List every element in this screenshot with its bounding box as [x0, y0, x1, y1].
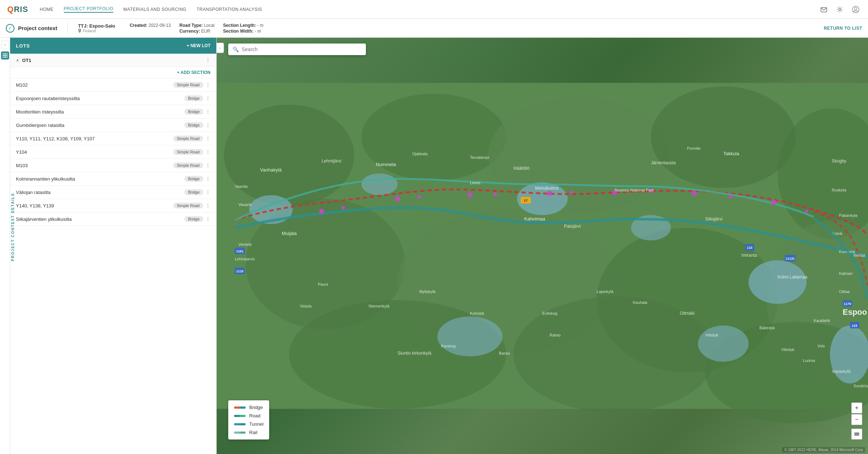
svg-point-20 — [705, 322, 868, 424]
notifications-icon[interactable] — [819, 4, 829, 15]
svg-point-10 — [362, 94, 506, 181]
svg-text:Vasarla: Vasarla — [238, 202, 252, 207]
add-section-button[interactable]: + ADD SECTION — [10, 67, 216, 78]
panel-toggle-arrow[interactable]: › — [1, 41, 9, 49]
section-menu-button[interactable]: ⋮ — [205, 216, 210, 222]
section-right: Bridge ⋮ — [184, 109, 210, 115]
map-zoom-controls: + − — [851, 403, 862, 425]
section-row[interactable]: Kolmirannantien ylikulkusilta Bridge ⋮ — [10, 172, 216, 186]
svg-text:Backa: Backa — [499, 351, 510, 355]
svg-text:Kauhala: Kauhala — [633, 300, 648, 305]
svg-point-39 — [692, 191, 697, 196]
svg-rect-110 — [854, 434, 859, 434]
section-name: Kolmirannantien ylikulkusilta — [16, 176, 75, 182]
zoom-out-button[interactable]: − — [851, 414, 862, 425]
settings-icon[interactable] — [835, 4, 845, 15]
project-info: TTJ: Espoo-Salo Finland — [78, 23, 115, 33]
svg-text:Vitträsk: Vitträsk — [781, 347, 794, 352]
section-row[interactable]: M102 Simple Road ⋮ — [10, 78, 216, 92]
section-right: Simple Road ⋮ — [173, 136, 210, 141]
map-area[interactable]: ‹ — [217, 38, 868, 454]
svg-text:1179: 1179 — [844, 302, 851, 306]
svg-text:Kylmälä: Kylmälä — [470, 311, 484, 315]
lot-group-name: OT1 — [22, 58, 31, 63]
nav-links: HOME PROJECT PORTFOLIO MATERIALS AND SOU… — [40, 6, 262, 13]
nav-home[interactable]: HOME — [40, 7, 54, 12]
project-context-section: ✓ Project context — [6, 24, 57, 33]
section-menu-button[interactable]: ⋮ — [205, 95, 210, 101]
section-row[interactable]: Y104 Simple Road ⋮ — [10, 145, 216, 159]
svg-point-28 — [830, 326, 868, 384]
svg-rect-111 — [854, 435, 859, 436]
svg-text:Kalmari: Kalmari — [839, 271, 852, 276]
svg-text:Lehmijarvis: Lehmijarvis — [235, 257, 255, 261]
nav-transportation[interactable]: TRANSPORTATION ANALYSIS — [197, 7, 262, 12]
svg-rect-101 — [785, 255, 796, 261]
return-to-list-button[interactable]: RETURN TO LIST — [824, 26, 862, 31]
section-menu-button[interactable]: ⋮ — [205, 189, 210, 195]
new-lot-button[interactable]: + NEW LOT — [187, 43, 210, 48]
svg-point-24 — [631, 215, 671, 240]
section-right: Simple Road ⋮ — [173, 149, 210, 155]
section-row[interactable]: Espoonjoen rautatieristeyssilta Bridge ⋮ — [10, 92, 216, 105]
section-menu-button[interactable]: ⋮ — [205, 162, 210, 168]
map-search-icon: 🔍 — [233, 46, 239, 52]
section-row[interactable]: Moottoritien risteyssilta Bridge ⋮ — [10, 105, 216, 119]
section-menu-button[interactable]: ⋮ — [205, 149, 210, 155]
section-menu-button[interactable]: ⋮ — [205, 176, 210, 182]
header-bar: ✓ Project context TTJ: Espoo-Salo Finlan… — [0, 19, 868, 38]
svg-text:Kahvimaa: Kahvimaa — [524, 216, 545, 222]
svg-text:1161: 1161 — [236, 249, 243, 253]
section-badge: Bridge — [184, 109, 203, 115]
svg-text:Luoma: Luoma — [803, 358, 815, 363]
map-collapse-button[interactable]: ‹ — [217, 43, 224, 53]
section-row[interactable]: Y140, Y138, Y139 Simple Road ⋮ — [10, 199, 216, 212]
section-menu-button[interactable]: ⋮ — [205, 136, 210, 141]
svg-point-41 — [771, 200, 776, 205]
svg-point-13 — [777, 108, 868, 239]
lot-collapse-chevron[interactable]: ∧ — [16, 58, 19, 63]
map-layers-button[interactable] — [851, 429, 862, 439]
panel-settings-icon[interactable] — [1, 51, 9, 59]
context-check-icon: ✓ — [6, 24, 14, 33]
section-badge: Simple Road — [173, 149, 203, 155]
svg-point-40 — [729, 195, 732, 199]
section-right: Bridge ⋮ — [184, 216, 210, 222]
map-search-input[interactable] — [242, 46, 362, 52]
map-copyright: © 1987-2022 HERE, Maxar, 2014 Microsoft … — [782, 447, 865, 453]
section-row[interactable]: Gumbölenjoen ratasilta Bridge ⋮ — [10, 119, 216, 132]
section-badge: Bridge — [184, 122, 203, 128]
lots-title: LOTS — [16, 43, 30, 49]
nav-project-portfolio[interactable]: PROJECT PORTFOLIO — [64, 6, 113, 13]
section-row[interactable]: Väliojan ratasilta Bridge ⋮ — [10, 186, 216, 199]
nav-materials[interactable]: MATERIALS AND SOURCING — [124, 7, 187, 12]
zoom-in-button[interactable]: + — [851, 403, 862, 413]
section-row[interactable]: M103 Simple Road ⋮ — [10, 159, 216, 172]
svg-point-37 — [612, 190, 617, 195]
section-menu-button[interactable]: ⋮ — [205, 82, 210, 88]
user-icon[interactable] — [851, 4, 861, 15]
legend-tunnel: Tunnel — [234, 421, 263, 427]
svg-text:Takkula: Takkula — [723, 151, 739, 156]
svg-point-25 — [748, 260, 806, 304]
svg-text:Ojakkala: Ojakkala — [412, 152, 428, 156]
svg-point-36 — [569, 190, 573, 194]
svg-point-18 — [289, 300, 506, 409]
section-menu-button[interactable]: ⋮ — [205, 122, 210, 128]
svg-text:Metsäkulma: Metsäkulma — [535, 186, 559, 191]
section-menu-button[interactable]: ⋮ — [205, 203, 210, 209]
lot-group-ot1[interactable]: ∧ OT1 ⋮ — [10, 54, 216, 67]
section-row[interactable]: Siikajärventien ylikulkusilta Bridge ⋮ — [10, 212, 216, 226]
svg-point-21 — [249, 195, 293, 224]
section-name: Y140, Y138, Y139 — [16, 203, 54, 209]
lot-group-menu-button[interactable]: ⋮ — [205, 57, 210, 63]
svg-text:Vanhakylä: Vanhakylä — [260, 167, 282, 173]
section-badge: Simple Road — [173, 203, 203, 209]
svg-point-16 — [597, 228, 777, 373]
svg-point-38 — [649, 190, 653, 193]
svg-text:Nuuksio National Park: Nuuksio National Park — [615, 188, 654, 192]
section-right: Bridge ⋮ — [184, 176, 210, 182]
section-menu-button[interactable]: ⋮ — [205, 109, 210, 115]
section-right: Bridge ⋮ — [184, 95, 210, 101]
section-row[interactable]: Y110, Y111, Y112, K108, Y109, Y107 Simpl… — [10, 132, 216, 145]
